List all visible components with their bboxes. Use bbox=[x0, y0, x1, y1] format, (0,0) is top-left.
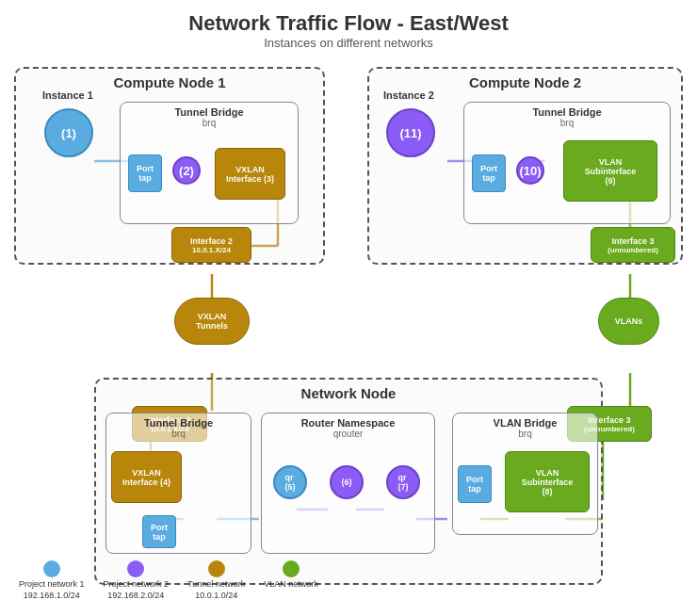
instance-1-label: Instance 1 bbox=[42, 89, 93, 101]
qr-5: qr(5) bbox=[273, 465, 307, 499]
port-tap-nn: Porttap bbox=[142, 515, 176, 548]
legend-project-net-2: Project network 2 192.168.2.0/24 bbox=[104, 560, 170, 600]
vlan-bridge-sub: brq bbox=[453, 429, 597, 439]
tunnel-bridge-2-title: Tunnel Bridge bbox=[464, 103, 670, 118]
legend-label-vlan-net: VLAN network bbox=[264, 579, 318, 589]
interface-3-c2: Interface 3 (unnumbered) bbox=[591, 227, 675, 263]
legend-color-vlan-net bbox=[283, 560, 300, 577]
vxlan-tunnels: VXLANTunnels bbox=[174, 298, 250, 345]
compute-node-1: Compute Node 1 Instance 1 (1) Tunnel Bri… bbox=[14, 67, 325, 265]
tunnel-bridge-1: Tunnel Bridge brq Porttap (2) VXLANInter… bbox=[120, 102, 299, 224]
compute-node-2: Compute Node 2 Instance 2 (11) Tunnel Br… bbox=[367, 67, 683, 265]
tunnel-bridge-2-sub: brq bbox=[464, 118, 670, 128]
num-circle-10: (10) bbox=[516, 156, 544, 185]
diagram-area: Compute Node 1 Instance 1 (1) Tunnel Bri… bbox=[0, 57, 697, 604]
legend-vlan-net: VLAN network bbox=[264, 560, 318, 589]
vlans-cloud: VLANs bbox=[598, 298, 659, 345]
port-tap-2: Porttap bbox=[472, 154, 506, 192]
port-tap-1: Porttap bbox=[128, 154, 162, 192]
router-namespace: Router Namespace qrouter qr(5) (6) qr(7) bbox=[261, 413, 435, 554]
vlan-sub-9: VLANSubinterface(9) bbox=[563, 140, 657, 202]
compute-node-1-title: Compute Node 1 bbox=[16, 69, 323, 90]
vlan-sub-8: VLANSubinterface(8) bbox=[505, 451, 590, 512]
legend-label-project-net-2: Project network 2 bbox=[104, 579, 170, 589]
legend-color-project-net-2 bbox=[127, 560, 144, 577]
legend-sub-tunnel-net: 10.0.1.0/24 bbox=[195, 591, 237, 600]
legend-project-net-1: Project network 1 192.168.1.0/24 bbox=[19, 560, 85, 600]
legend-label-tunnel-net: Tunnel network bbox=[187, 579, 245, 589]
page-title: Network Traffic Flow - East/West bbox=[0, 0, 697, 36]
interface-2-c1: Interface 2 10.0.1.X/24 bbox=[171, 227, 251, 263]
legend-label-project-net-1: Project network 1 bbox=[19, 579, 85, 589]
legend-sub-project-net-2: 192.168.2.0/24 bbox=[107, 591, 164, 600]
instance-2-circle: (11) bbox=[386, 108, 435, 157]
tunnel-bridge-nn: Tunnel Bridge brq VXLANInterface (4) Por… bbox=[105, 413, 251, 554]
port-tap-vlan: Porttap bbox=[458, 465, 492, 503]
qr-6: (6) bbox=[330, 465, 364, 499]
compute-node-2-title: Compute Node 2 bbox=[369, 69, 681, 90]
legend: Project network 1 192.168.1.0/24 Project… bbox=[19, 560, 318, 600]
network-node-title: Network Node bbox=[96, 380, 601, 401]
tunnel-bridge-1-title: Tunnel Bridge bbox=[121, 103, 298, 118]
legend-sub-project-net-1: 192.168.1.0/24 bbox=[24, 591, 80, 600]
network-node: Network Node Interface 2 10.0.1.X/24 Int… bbox=[94, 378, 603, 585]
instance-1-circle: (1) bbox=[44, 108, 93, 157]
vlan-bridge-nn: VLAN Bridge brq Porttap VLANSubinterface… bbox=[452, 413, 598, 535]
vxlan-interface-3: VXLANInterface (3) bbox=[215, 148, 285, 200]
tunnel-bridge-nn-sub: brq bbox=[106, 429, 251, 439]
legend-color-project-net-1 bbox=[43, 560, 60, 577]
tunnel-bridge-nn-title: Tunnel Bridge bbox=[106, 413, 251, 429]
legend-tunnel-net: Tunnel network 10.0.1.0/24 bbox=[187, 560, 245, 600]
num-circle-2: (2) bbox=[172, 156, 201, 185]
tunnel-bridge-1-sub: brq bbox=[121, 118, 298, 128]
legend-color-tunnel-net bbox=[208, 560, 225, 577]
vxlan-interface-4: VXLANInterface (4) bbox=[111, 451, 182, 503]
vlan-bridge-title: VLAN Bridge bbox=[453, 413, 597, 429]
instance-2-label: Instance 2 bbox=[383, 89, 434, 101]
page-subtitle: Instances on different networks bbox=[0, 36, 697, 50]
tunnel-bridge-2: Tunnel Bridge brq Porttap (10) VLANSubin… bbox=[463, 102, 671, 224]
router-ns-sub: qrouter bbox=[262, 429, 434, 439]
router-ns-title: Router Namespace bbox=[262, 413, 434, 429]
qr-7: qr(7) bbox=[386, 465, 420, 499]
